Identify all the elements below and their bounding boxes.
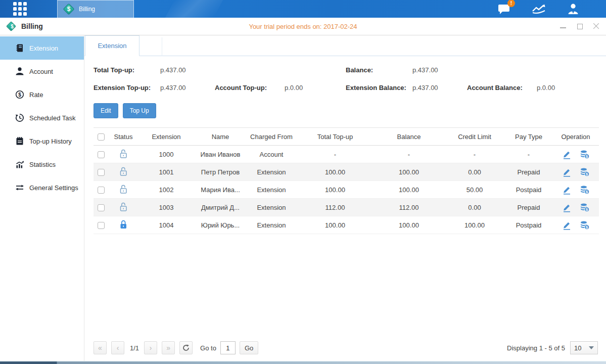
row-checkbox[interactable] <box>98 187 105 194</box>
row-checkbox[interactable] <box>98 222 105 229</box>
cell-balance: 100.00 <box>374 163 444 181</box>
sidebar: Extension Account $ Rate <box>0 35 84 361</box>
go-button[interactable]: Go <box>240 341 258 354</box>
row-edit-button[interactable] <box>562 167 572 177</box>
lock-open-icon <box>119 202 128 212</box>
extension-table: Status Extension Name Charged From Total… <box>94 127 599 234</box>
table-body: 1000Иван ИвановAccount----$1001Петр Петр… <box>94 146 599 234</box>
cell-extension: 1000 <box>138 146 195 163</box>
cell-balance: 100.00 <box>374 181 444 199</box>
sidebar-item-rate[interactable]: $ Rate <box>0 83 84 106</box>
account-topup-value: p.0.00 <box>285 84 346 92</box>
table-row[interactable]: 1000Иван ИвановAccount----$ <box>94 146 599 163</box>
total-topup-label: Total Top-up: <box>94 66 160 74</box>
sidebar-item-label: Extension <box>29 44 58 52</box>
sidebar-item-label: Top-up History <box>29 138 72 145</box>
prev-page-button[interactable]: ‹ <box>111 341 124 354</box>
messages-button[interactable]: ! <box>496 3 513 16</box>
edit-pencil-icon <box>562 167 572 177</box>
select-all-checkbox[interactable] <box>98 133 105 141</box>
edit-pencil-icon <box>562 150 572 159</box>
topup-history-notepad-icon <box>15 136 24 146</box>
extension-topup-value: p.437.00 <box>160 84 215 92</box>
top-up-coins-icon: $ <box>580 185 590 195</box>
cell-name: Юрий Юрь... <box>195 216 246 234</box>
cell-credit-limit: 0.00 <box>444 163 505 181</box>
user-account-button[interactable] <box>565 3 582 16</box>
sidebar-item-extension[interactable]: Extension <box>0 36 84 60</box>
trial-notice: Your trial period ends on: 2017-02-24 <box>0 23 606 30</box>
next-page-button[interactable]: › <box>144 341 157 354</box>
sidebar-item-label: Rate <box>29 91 43 99</box>
cell-pay-type: - <box>505 146 552 163</box>
row-top-up-button[interactable]: $ <box>580 185 590 195</box>
cell-extension: 1001 <box>138 163 195 181</box>
taskbar-billing-tab[interactable]: $ Billing <box>57 0 134 18</box>
window-title-group: $ Billing <box>6 21 43 31</box>
close-icon[interactable] <box>593 23 600 30</box>
row-checkbox[interactable] <box>98 151 105 158</box>
total-topup-value: p.437.00 <box>160 66 215 74</box>
notification-badge: ! <box>507 0 515 7</box>
cell-balance: - <box>374 146 444 163</box>
row-top-up-button[interactable]: $ <box>580 150 590 159</box>
first-page-button[interactable]: « <box>94 341 107 354</box>
sidebar-item-topup-history[interactable]: Top-up History <box>0 129 84 153</box>
row-top-up-button[interactable]: $ <box>580 167 590 177</box>
top-up-coins-icon: $ <box>580 150 590 159</box>
table-row[interactable]: 1002Мария Ива...Extension100.00100.0050.… <box>94 181 599 199</box>
cell-balance: 100.00 <box>374 216 444 234</box>
col-charged-from: Charged From <box>246 128 297 146</box>
edit-button[interactable]: Edit <box>94 103 118 118</box>
sidebar-item-scheduled-task[interactable]: Scheduled Task <box>0 106 84 129</box>
desktop-bottom-edge <box>0 361 606 364</box>
statistics-chart-button[interactable] <box>530 3 547 16</box>
cell-charged-from: Account <box>246 146 297 163</box>
tab-extension[interactable]: Extension <box>85 35 139 56</box>
row-top-up-button[interactable]: $ <box>580 220 590 230</box>
table-row[interactable]: 1004Юрий Юрь...Extension100.00100.00100.… <box>94 216 599 234</box>
cell-credit-limit: 100.00 <box>444 216 505 234</box>
account-person-icon <box>15 67 24 76</box>
maximize-icon[interactable] <box>576 23 583 30</box>
refresh-button[interactable] <box>179 341 193 354</box>
cell-pay-type: Postpaid <box>505 216 552 234</box>
displaying-text: Displaying 1 - 5 of 5 <box>507 344 565 352</box>
row-edit-button[interactable] <box>562 220 572 230</box>
row-edit-button[interactable] <box>562 185 572 195</box>
row-checkbox[interactable] <box>98 169 105 176</box>
cell-extension: 1002 <box>138 181 195 199</box>
row-edit-button[interactable] <box>562 150 572 159</box>
sidebar-item-account[interactable]: Account <box>0 60 84 83</box>
refresh-icon <box>182 344 190 351</box>
last-page-button[interactable]: » <box>162 341 175 354</box>
table-row[interactable]: 1003Дмитрий Д...Extension112.00112.000.0… <box>94 199 599 216</box>
main-content: Extension Total Top-up: p.437.00 Extensi… <box>84 35 606 361</box>
app-launcher-button[interactable] <box>0 0 39 18</box>
goto-page-input[interactable] <box>220 341 236 354</box>
sidebar-item-general-settings[interactable]: General Settings <box>0 176 84 199</box>
edit-pencil-icon <box>562 185 572 195</box>
row-checkbox[interactable] <box>98 204 105 211</box>
summary-right: Balance: p.437.00 Extension Balance: p.4… <box>346 66 598 92</box>
row-edit-button[interactable] <box>562 203 572 212</box>
row-top-up-button[interactable]: $ <box>580 203 590 212</box>
goto-label: Go to <box>200 344 216 352</box>
top-up-button[interactable]: Top Up <box>123 103 156 118</box>
pagination-bar: « ‹ 1/1 › » Go to Go Displaying 1 - 5 of… <box>84 339 606 361</box>
cell-pay-type: Prepaid <box>505 163 552 181</box>
sidebar-item-statistics[interactable]: Statistics <box>0 153 84 176</box>
cell-pay-type: Prepaid <box>505 199 552 216</box>
cell-credit-limit: 50.00 <box>444 181 505 199</box>
edit-pencil-icon <box>562 203 572 212</box>
window-controls <box>560 23 600 30</box>
statistics-chart-icon <box>532 4 546 15</box>
billing-diamond-dollar-icon: $ <box>63 3 75 15</box>
cell-extension: 1004 <box>138 216 195 234</box>
table-row[interactable]: 1001Петр ПетровExtension100.00100.000.00… <box>94 163 599 181</box>
apps-grid-icon <box>13 2 27 16</box>
col-credit-limit: Credit Limit <box>444 128 505 146</box>
window-title: Billing <box>21 22 43 30</box>
page-size-select[interactable]: 10 <box>570 341 598 354</box>
minimize-icon[interactable] <box>560 23 567 30</box>
